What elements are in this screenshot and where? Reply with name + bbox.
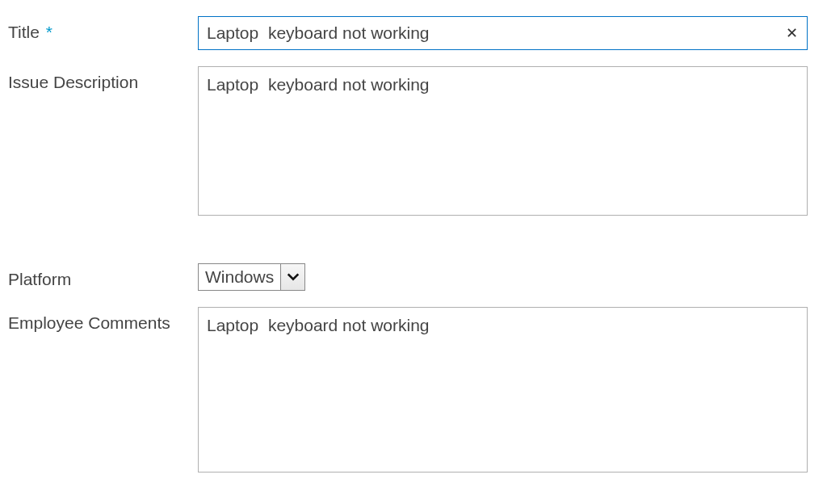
platform-row: Platform Windows bbox=[8, 263, 819, 291]
issue-description-row: Issue Description bbox=[8, 66, 819, 219]
clear-title-button[interactable]: ✕ bbox=[776, 17, 807, 49]
title-row: Title * ✕ bbox=[8, 16, 819, 50]
chevron-down-icon bbox=[286, 271, 300, 283]
title-label: Title * bbox=[8, 16, 198, 42]
platform-label: Platform bbox=[8, 263, 198, 289]
platform-selected-value: Windows bbox=[199, 264, 280, 290]
required-asterisk: * bbox=[46, 23, 52, 41]
issue-description-cell bbox=[198, 66, 808, 219]
employee-comments-textarea[interactable] bbox=[198, 307, 808, 472]
title-label-text: Title bbox=[8, 23, 40, 41]
issue-description-label: Issue Description bbox=[8, 66, 198, 92]
title-input[interactable] bbox=[199, 17, 776, 49]
platform-cell: Windows bbox=[198, 263, 808, 291]
employee-comments-cell bbox=[198, 307, 808, 476]
close-icon: ✕ bbox=[786, 24, 798, 42]
title-input-wrap: ✕ bbox=[198, 16, 808, 50]
employee-comments-label: Employee Comments bbox=[8, 307, 198, 333]
platform-select[interactable]: Windows bbox=[198, 263, 305, 291]
platform-dropdown-button[interactable] bbox=[280, 264, 304, 290]
issue-description-textarea[interactable] bbox=[198, 66, 808, 216]
title-input-cell: ✕ bbox=[198, 16, 808, 50]
employee-comments-row: Employee Comments bbox=[8, 307, 819, 476]
